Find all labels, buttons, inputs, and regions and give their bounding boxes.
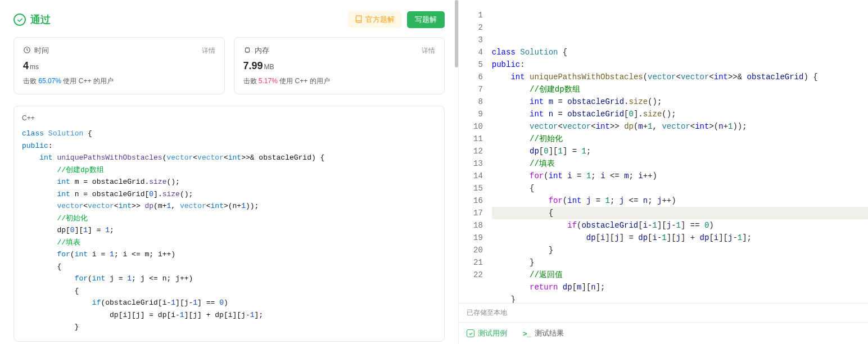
memory-detail-link[interactable]: 详情 (422, 46, 435, 56)
editor-gutter: 12345678910111213141516171819202122 (459, 9, 492, 303)
chip-icon (243, 46, 251, 56)
pass-label: 通过 (30, 13, 51, 26)
check-icon (13, 13, 26, 26)
book-icon (355, 15, 363, 25)
stat-cards: 时间 详情 4ms 击败 65.07% 使用 C++ 的用户 内存 详情 7.9… (13, 37, 445, 94)
editor-status-bar: 已存储至本地 (459, 303, 868, 322)
memory-label: 内存 (255, 46, 269, 56)
memory-value: 7.99 (243, 60, 263, 71)
pass-status: 通过 (13, 13, 51, 26)
official-solution-button[interactable]: 官方题解 (348, 11, 401, 28)
time-value: 4 (23, 60, 29, 71)
submission-code-box: C++ class Solution {public: int uniquePa… (13, 106, 445, 342)
bottom-tab-bar: 测试用例 >_ 测试结果 (459, 322, 868, 344)
tab-result[interactable]: >_ 测试结果 (515, 323, 572, 344)
code-editor[interactable]: 12345678910111213141516171819202122 clas… (459, 0, 868, 303)
time-detail-link[interactable]: 详情 (202, 46, 215, 56)
clock-icon (23, 46, 31, 56)
time-beat-pct: 65.07% (38, 77, 61, 85)
checkbox-icon (467, 329, 474, 337)
right-panel: 12345678910111213141516171819202122 clas… (459, 0, 868, 344)
terminal-icon: >_ (523, 329, 531, 338)
left-panel: 通过 官方题解 写题解 时间 详情 4ms 击败 65.07% 使用 C++ 的… (0, 0, 459, 344)
time-card[interactable]: 时间 详情 4ms 击败 65.07% 使用 C++ 的用户 (13, 37, 225, 94)
submission-code[interactable]: class Solution {public: int uniquePathsW… (14, 128, 444, 333)
write-solution-button[interactable]: 写题解 (407, 11, 445, 28)
result-header: 通过 官方题解 写题解 (13, 7, 445, 37)
memory-card[interactable]: 内存 详情 7.99MB 击败 5.17% 使用 C++ 的用户 (234, 37, 445, 94)
memory-beat-pct: 5.17% (259, 77, 278, 85)
submission-lang: C++ (14, 114, 444, 128)
svg-rect-1 (245, 48, 249, 52)
editor-content[interactable]: class Solution {public: int uniquePathsW… (492, 9, 868, 303)
time-label: 时间 (34, 46, 49, 56)
tab-testcase[interactable]: 测试用例 (459, 323, 515, 344)
